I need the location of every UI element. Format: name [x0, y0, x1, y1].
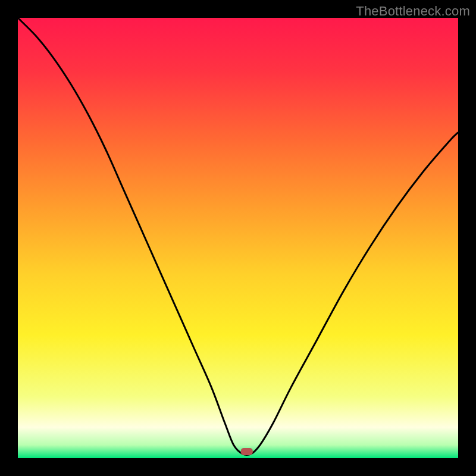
curve-svg — [18, 18, 458, 458]
watermark-label: TheBottleneck.com — [356, 4, 470, 19]
plot-area — [18, 18, 458, 458]
chart-frame: TheBottleneck.com — [0, 0, 476, 476]
valley-marker — [241, 448, 253, 455]
bottleneck-curve — [18, 18, 458, 455]
